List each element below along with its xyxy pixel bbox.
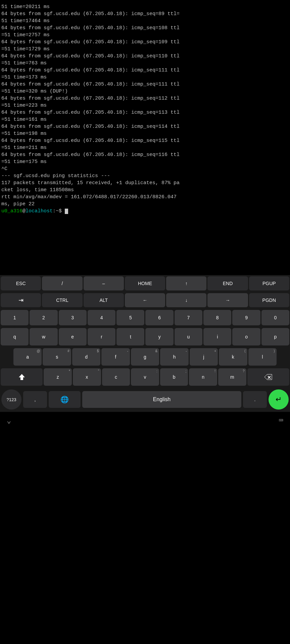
end-key[interactable]: END: [207, 276, 248, 290]
key-b[interactable]: ;b: [160, 368, 188, 386]
chevron-down-icon[interactable]: ⌄: [7, 416, 11, 425]
key-g[interactable]: &g: [131, 348, 159, 366]
dash-key[interactable]: –: [84, 276, 124, 290]
enter-key[interactable]: ↵: [269, 389, 289, 410]
key-m[interactable]: ?m: [218, 368, 246, 386]
key-u[interactable]: u: [175, 328, 202, 345]
home-key[interactable]: HOME: [125, 276, 165, 290]
nav-keys-row: ⇥ CTRL ALT ← ↓ → PGDN: [0, 292, 290, 309]
key-7[interactable]: 7: [175, 310, 202, 325]
key-1[interactable]: 1: [1, 310, 29, 325]
shift-icon: [18, 373, 26, 381]
keyboard-icon[interactable]: ⌨: [279, 416, 283, 425]
key-l[interactable]: )l: [248, 348, 277, 366]
pgup-key[interactable]: PGUP: [249, 276, 289, 290]
key-w[interactable]: w: [30, 328, 57, 345]
key-v[interactable]: :v: [131, 368, 159, 386]
key-q[interactable]: q: [1, 328, 29, 345]
key-f[interactable]: -f: [101, 348, 130, 366]
globe-key[interactable]: 🌐: [49, 391, 81, 408]
key-s[interactable]: #s: [43, 348, 71, 366]
svg-marker-0: [19, 374, 25, 380]
number-row: 1 2 3 4 5 6 7 8 9 0: [0, 309, 290, 327]
key-n[interactable]: !n: [189, 368, 217, 386]
special-keys-row: ESC / – HOME ↑ END PGUP: [0, 275, 290, 292]
num-switch-key[interactable]: ?123: [1, 389, 21, 410]
space-key[interactable]: English: [82, 391, 241, 408]
key-p[interactable]: p: [261, 328, 289, 345]
key-o[interactable]: o: [232, 328, 260, 345]
enter-icon: ↵: [276, 395, 282, 404]
key-8[interactable]: 8: [203, 310, 231, 325]
ctrl-key[interactable]: CTRL: [42, 293, 82, 307]
key-6[interactable]: 6: [145, 310, 173, 325]
keyboard: ESC / – HOME ↑ END PGUP ⇥ CTRL ALT ← ↓ →…: [0, 275, 290, 412]
terminal-output: 51 time=20211 ms 64 bytes from sgf.ucsd.…: [0, 0, 290, 275]
period-key[interactable]: .: [243, 391, 267, 408]
backspace-key[interactable]: [247, 368, 289, 386]
key-k[interactable]: (k: [219, 348, 247, 366]
key-d[interactable]: $d: [72, 348, 100, 366]
key-a[interactable]: @a: [13, 348, 42, 366]
key-j[interactable]: +j: [190, 348, 218, 366]
tab-key[interactable]: ⇥: [1, 293, 41, 307]
backspace-icon: [264, 374, 272, 380]
pgdn-key[interactable]: PGDN: [249, 293, 289, 307]
down-arrow-key[interactable]: ↓: [166, 293, 206, 307]
alt-key[interactable]: ALT: [84, 293, 124, 307]
shift-key[interactable]: [1, 368, 43, 386]
esc-key[interactable]: ESC: [1, 276, 41, 290]
key-9[interactable]: 9: [232, 310, 260, 325]
key-r[interactable]: r: [88, 328, 115, 345]
slash-key[interactable]: /: [42, 276, 82, 290]
key-z[interactable]: *z: [44, 368, 72, 386]
qwerty-row: q w e r t y u i o p: [0, 327, 290, 347]
key-h[interactable]: -h: [160, 348, 188, 366]
key-x[interactable]: "x: [73, 368, 101, 386]
comma-key[interactable]: ,: [23, 391, 47, 408]
key-i[interactable]: i: [203, 328, 231, 345]
left-arrow-key[interactable]: ←: [125, 293, 165, 307]
bottom-bar: ⌄ ⌨: [0, 412, 290, 429]
up-arrow-key[interactable]: ↑: [166, 276, 206, 290]
key-2[interactable]: 2: [30, 310, 57, 325]
bottom-keyboard-row: ?123 , 🌐 English . ↵: [0, 387, 290, 412]
zxcv-row: *z "x c :v ;b !n ?m: [0, 367, 290, 387]
key-y[interactable]: y: [145, 328, 173, 345]
asdf-row: @a #s $d -f &g -h +j (k )l: [0, 347, 290, 367]
key-3[interactable]: 3: [59, 310, 87, 325]
key-e[interactable]: e: [59, 328, 87, 345]
key-4[interactable]: 4: [88, 310, 115, 325]
right-arrow-key[interactable]: →: [207, 293, 248, 307]
key-5[interactable]: 5: [116, 310, 144, 325]
key-t[interactable]: t: [116, 328, 144, 345]
globe-icon: 🌐: [60, 395, 69, 404]
key-c[interactable]: c: [102, 368, 130, 386]
key-0[interactable]: 0: [261, 310, 289, 325]
